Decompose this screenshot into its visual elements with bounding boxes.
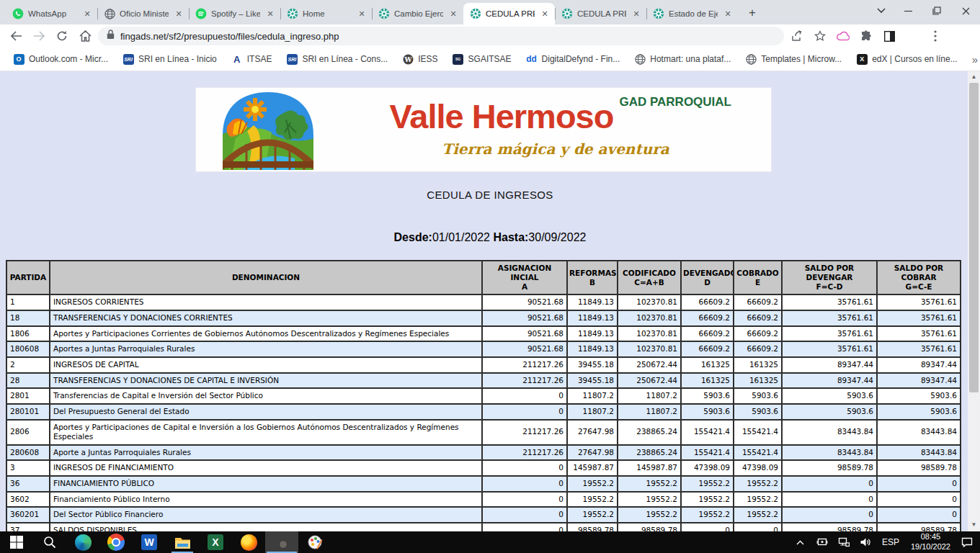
taskbar-search-icon[interactable] [33,531,66,553]
scroll-down-arrow-icon[interactable]: ▼ [968,519,980,530]
taskbar-file-explorer-icon[interactable] [166,531,199,553]
table-row-37: 37SALDOS DISPONIBLES098589.7898589.78009… [6,523,961,531]
tab-close-icon[interactable]: ✕ [722,8,734,19]
tab-close-icon[interactable]: ✕ [264,8,276,19]
value-cell: 27647.98 [567,420,618,445]
tab-close-icon[interactable]: ✕ [447,8,459,19]
sri-bookmark-icon: SRI [122,53,134,65]
tab-title: Spotify – Like [211,9,260,18]
value-cell: 39455.18 [567,373,618,389]
page-scrollbar[interactable]: ▲ ▼ [968,71,980,531]
share-icon[interactable] [787,26,807,46]
weather-extension-icon[interactable] [833,26,853,46]
profile-avatar[interactable] [902,26,922,46]
table-row-1: 1INGRESOS CORRIENTES90521.6811849.131023… [6,295,961,310]
value-cell: 35761.61 [782,341,877,357]
minimize-button[interactable] [894,0,922,22]
forward-button[interactable] [29,26,49,46]
url-text[interactable]: fingads.net/sf2/presupuesto/files/cedula… [120,31,339,42]
value-cell: 161325 [734,373,782,389]
tab-close-icon[interactable]: ✕ [173,8,184,19]
bookmark-hotmart-una-plataf-[interactable]: Hotmart: una plataf... [628,50,736,68]
bookmark-sgaitsae[interactable]: SGSGAITSAE [447,50,517,68]
value-cell: 35761.61 [877,326,961,342]
bookmark-itsae[interactable]: AITSAE [226,50,278,68]
tab-cedula-pres[interactable]: CEDULA PRES✕ [463,3,555,24]
taskbar-paint-icon[interactable] [298,531,331,553]
taskbar-chrome-icon[interactable] [99,531,133,553]
close-window-button[interactable] [951,0,980,22]
action-center-icon[interactable] [957,531,977,553]
bookmark-iess[interactable]: WIESS [396,50,443,68]
tab-close-icon[interactable]: ✕ [356,8,368,19]
reload-button[interactable] [52,26,72,46]
denominacion-cell: INGRESOS CORRIENTES [50,295,482,310]
value-cell: 0 [782,492,877,508]
tray-clock[interactable]: 08:45 19/10/2022 [906,532,956,552]
tab-estado-de-eje[interactable]: Estado de Eje✕ [646,3,738,24]
tab-search-chevron-icon[interactable] [869,0,894,22]
taskbar-start-icon[interactable] [0,531,33,553]
tray-chevron-up-icon[interactable] [790,531,811,553]
date-to-label: Hasta: [493,231,528,243]
value-cell: 66609.2 [681,295,734,310]
tray-volume-icon[interactable] [855,531,876,553]
taskbar-edge-icon[interactable] [66,531,99,553]
menu-kebab-icon[interactable] [925,26,945,46]
tab-spotify-like[interactable]: Spotify – Like✕ [189,3,280,24]
tab-home[interactable]: Home✕ [280,3,372,24]
banner-subtitle: GAD PARROQUIAL [619,95,731,109]
value-cell: 11849.13 [567,295,618,310]
tab-close-icon[interactable]: ✕ [539,8,551,19]
value-cell: 155421.4 [681,420,734,445]
tab-whatsapp[interactable]: WhatsApp✕ [6,3,97,24]
bookmark-digitaldefynd-fin-[interactable]: ddDigitalDefynd - Fin... [520,50,626,68]
value-cell: 5903.6 [681,404,734,420]
tab-cambio-ejerc[interactable]: Cambio Ejerc✕ [372,3,463,24]
home-button[interactable] [75,26,95,46]
value-cell: 0 [782,476,877,492]
tab-close-icon[interactable]: ✕ [81,8,93,19]
bookmark-sri-en-l-nea-cons-[interactable]: SRISRI en Línea - Cons... [280,50,393,68]
bookmark-outlook-com-micr-[interactable]: OOutlook.com - Micr... [7,50,114,68]
bookmark-edx-cursos-en-l-ne-[interactable]: XedX | Cursos en líne... [850,50,963,68]
taskbar-chrome-profile-icon[interactable] [265,531,298,553]
taskbar-firefox-icon[interactable] [232,531,265,553]
bookmark-templates-microw-[interactable]: Templates | Microw... [739,50,847,68]
partida-cell: 1806 [6,326,50,342]
partida-cell: 1 [6,295,50,310]
back-button[interactable] [6,26,26,46]
bookmark-star-icon[interactable] [810,26,830,46]
value-cell: 19552.2 [567,507,618,523]
taskbar-word-icon[interactable]: W [133,531,166,553]
scrollbar-thumb[interactable] [969,83,979,392]
address-bar[interactable]: fingads.net/sf2/presupuesto/files/cedula… [98,27,784,45]
extensions-puzzle-icon[interactable] [856,26,876,46]
maximize-button[interactable] [922,0,951,22]
new-tab-button[interactable]: + [742,3,762,23]
bookmarks-overflow-chevron[interactable]: » [966,53,980,66]
tab-cedula-pres[interactable]: CEDULA PRES✕ [555,3,646,24]
partida-cell: 36 [6,476,50,492]
tab-close-icon[interactable]: ✕ [631,8,642,19]
table-header: PARTIDADENOMINACIONASIGNACIONINCIALAREFO… [6,261,961,295]
reader-extension-icon[interactable] [879,26,899,46]
bookmark-label: SGAITSAE [468,54,512,64]
table-row-180608: 180608Aportes a Juntas Parroquiales Rura… [6,341,961,357]
scroll-up-arrow-icon[interactable]: ▲ [968,71,980,82]
tray-date: 19/10/2022 [911,542,950,552]
taskbar-excel-icon[interactable]: X [199,531,232,553]
date-to-value: 30/09/2022 [528,231,586,243]
lock-icon[interactable] [107,30,115,42]
value-cell: 0 [482,507,567,523]
value-cell: 11849.13 [567,326,618,342]
bookmark-label: SRI en Línea - Cons... [302,54,388,64]
value-cell: 211217.26 [482,445,567,461]
tray-cast-icon[interactable] [812,531,832,553]
tab-oficio-ministe[interactable]: Oficio Ministe✕ [97,3,189,24]
column-header-saldo-por: SALDO PORCOBRARG=C-E [877,261,961,295]
value-cell: 250672.44 [618,357,681,373]
tray-network-icon[interactable] [834,531,854,553]
bookmark-sri-en-l-nea-inicio[interactable]: SRISRI en Línea - Inicio [117,50,223,68]
tray-language[interactable]: ESP [877,537,904,547]
